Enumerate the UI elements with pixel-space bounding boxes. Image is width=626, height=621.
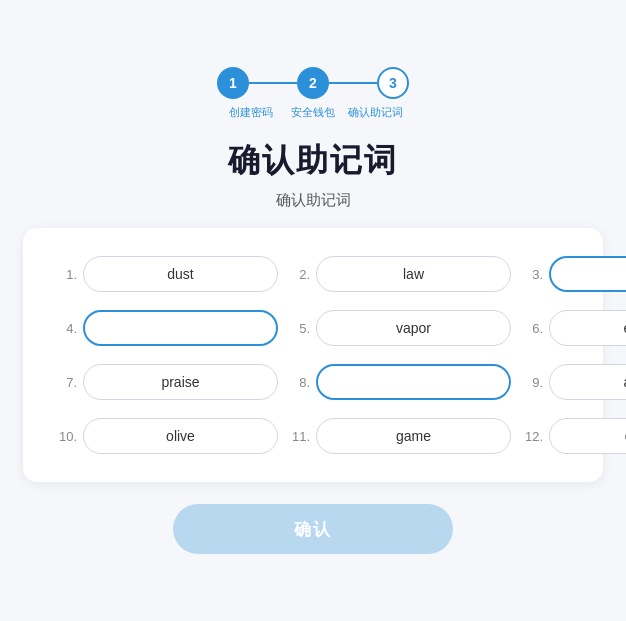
word-cell-8: 8. — [288, 364, 511, 400]
confirm-button[interactable]: 确认 — [173, 504, 453, 554]
word-cell-3: 3. — [521, 256, 626, 292]
word-input-2[interactable] — [316, 256, 511, 292]
word-input-6[interactable] — [549, 310, 626, 346]
word-cell-1: 1. — [55, 256, 278, 292]
step-label-3: 确认助记词 — [344, 105, 406, 119]
word-index-12: 12. — [521, 429, 543, 444]
step-label-2: 安全钱包 — [282, 105, 344, 119]
step-line-2 — [329, 82, 377, 84]
word-cell-4: 4. — [55, 310, 278, 346]
word-cell-9: 9. — [521, 364, 626, 400]
page-title: 确认助记词 — [228, 139, 398, 183]
word-input-7[interactable] — [83, 364, 278, 400]
step-2: 2 — [297, 67, 329, 99]
word-cell-10: 10. — [55, 418, 278, 454]
word-input-4[interactable] — [83, 310, 278, 346]
stepper-labels: 创建密码 安全钱包 确认助记词 — [220, 105, 406, 119]
word-index-5: 5. — [288, 321, 310, 336]
step-line-1 — [249, 82, 297, 84]
page-container: 1 2 3 创建密码 安全钱包 确认助记词 确认助记词 确认助记词 1.2.3.… — [23, 67, 603, 554]
word-index-1: 1. — [55, 267, 77, 282]
page-subtitle: 确认助记词 — [276, 191, 351, 210]
word-cell-5: 5. — [288, 310, 511, 346]
word-index-2: 2. — [288, 267, 310, 282]
word-input-9[interactable] — [549, 364, 626, 400]
stepper: 1 2 3 创建密码 安全钱包 确认助记词 — [217, 67, 409, 119]
word-grid: 1.2.3.4.5.6.7.8.9.10.11.12. — [55, 256, 571, 454]
word-input-1[interactable] — [83, 256, 278, 292]
stepper-circles: 1 2 3 — [217, 67, 409, 99]
word-input-5[interactable] — [316, 310, 511, 346]
word-cell-2: 2. — [288, 256, 511, 292]
word-cell-11: 11. — [288, 418, 511, 454]
word-input-10[interactable] — [83, 418, 278, 454]
step-label-1: 创建密码 — [220, 105, 282, 119]
word-index-10: 10. — [55, 429, 77, 444]
word-index-3: 3. — [521, 267, 543, 282]
word-index-9: 9. — [521, 375, 543, 390]
step-1: 1 — [217, 67, 249, 99]
step-3: 3 — [377, 67, 409, 99]
word-index-6: 6. — [521, 321, 543, 336]
word-index-8: 8. — [288, 375, 310, 390]
word-grid-card: 1.2.3.4.5.6.7.8.9.10.11.12. — [23, 228, 603, 482]
word-input-8[interactable] — [316, 364, 511, 400]
word-index-7: 7. — [55, 375, 77, 390]
word-cell-6: 6. — [521, 310, 626, 346]
word-input-11[interactable] — [316, 418, 511, 454]
word-index-11: 11. — [288, 429, 310, 444]
word-cell-12: 12. — [521, 418, 626, 454]
word-input-12[interactable] — [549, 418, 626, 454]
word-index-4: 4. — [55, 321, 77, 336]
word-input-3[interactable] — [549, 256, 626, 292]
word-cell-7: 7. — [55, 364, 278, 400]
